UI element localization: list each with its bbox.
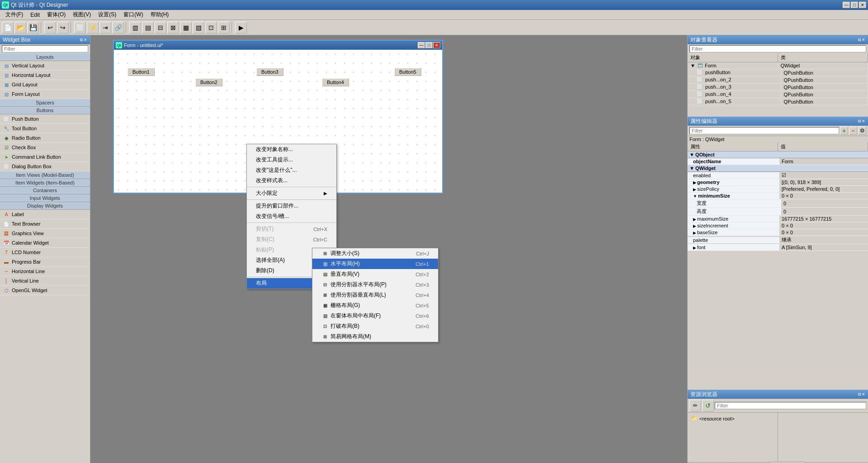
- sub-layout-v[interactable]: ▤垂直布局(V) Ctrl+2: [312, 269, 438, 279]
- obj-row-pushbutton2[interactable]: ⬜ push...on_2 QPushButton: [688, 76, 868, 84]
- props-config-button[interactable]: ⚙: [858, 127, 866, 135]
- sub-layout-h[interactable]: ▥水平布局(H) Ctrl+1: [312, 259, 438, 269]
- ctx-size-limit[interactable]: 大小限定 ▶: [247, 188, 336, 198]
- resource-filter-input[interactable]: [715, 402, 866, 409]
- widget-vertical-line[interactable]: │ Vertical Line: [0, 276, 90, 286]
- ctx-change-name[interactable]: 改变对象名称...: [247, 144, 336, 155]
- props-filter-input[interactable]: [689, 127, 839, 134]
- props-row-sizepolicy[interactable]: ▶sizePolicy [Preferred, Preferred, 0, 0]: [688, 186, 868, 193]
- props-row-maxsize[interactable]: ▶maximumSize 16777215 × 16777215: [688, 216, 868, 222]
- obj-row-pushbutton4[interactable]: ⬜ push...on_4 QPushButton: [688, 91, 868, 98]
- widget-box-close[interactable]: ✕: [84, 38, 87, 43]
- props-row-font[interactable]: ▶font A [SimSun, 9]: [688, 244, 868, 251]
- obj-inspector-filter[interactable]: [689, 45, 866, 52]
- connect-button[interactable]: ⚡: [87, 22, 99, 33]
- preview-button[interactable]: ▶: [235, 22, 247, 33]
- undo-button[interactable]: ↩: [44, 22, 56, 33]
- widget-box-float[interactable]: ⧉: [80, 38, 83, 43]
- props-row-objectname[interactable]: objectName Form: [688, 158, 868, 165]
- props-row-width[interactable]: 宽度 0: [688, 199, 868, 208]
- widget-label[interactable]: A Label: [0, 210, 90, 219]
- resource-close[interactable]: ✕: [862, 392, 865, 397]
- new-button[interactable]: 📄: [2, 22, 14, 33]
- menu-file[interactable]: 文件(F): [2, 10, 27, 19]
- widget-horizontal-layout[interactable]: ▥ Horizontal Layout: [0, 71, 90, 80]
- layout-hsp-button[interactable]: ⊟: [155, 22, 166, 33]
- props-row-sizeincrement[interactable]: ▶sizeIncrement 0 × 0: [688, 222, 868, 229]
- form-maximize[interactable]: □: [425, 42, 433, 48]
- sub-adjust-size[interactable]: ⊞调整大小(S) Ctrl+J: [312, 248, 438, 259]
- ctx-change-stylesheet[interactable]: 改变样式表...: [247, 175, 336, 186]
- layout-grid-button[interactable]: ▦: [180, 22, 192, 33]
- layout-break-button[interactable]: ⊡: [205, 22, 217, 33]
- sub-layout-form[interactable]: ▧在窗体布局中布局(F) Ctrl+6: [312, 311, 438, 321]
- layout-vsp-button[interactable]: ⊠: [167, 22, 179, 33]
- widget-text-browser[interactable]: 📄 Text Browser: [0, 219, 90, 229]
- props-row-basesize[interactable]: ▶baseSize 0 × 0: [688, 229, 868, 236]
- menu-settings[interactable]: 设置(S): [94, 10, 120, 19]
- widget-grid-layout[interactable]: ▦ Grid Layout: [0, 80, 90, 90]
- layout-form-button[interactable]: ▧: [193, 22, 204, 33]
- props-row-palette[interactable]: palette 继承: [688, 236, 868, 244]
- ctx-change-signals[interactable]: 改变信号/槽...: [247, 211, 336, 222]
- tab-order-button[interactable]: ⇥: [99, 22, 111, 33]
- sub-layout-break[interactable]: ⊡打破布局(B) Ctrl+0: [312, 321, 438, 331]
- obj-row-pushbutton3[interactable]: ⬜ push...on_3 QPushButton: [688, 84, 868, 91]
- props-row-height[interactable]: 高度 0: [688, 208, 868, 216]
- form-button-1[interactable]: Button1: [127, 68, 155, 76]
- obj-row-pushbutton[interactable]: ⬜ pushButton QPushButton: [688, 69, 868, 76]
- save-button[interactable]: 💾: [27, 22, 39, 33]
- props-add-button[interactable]: +: [840, 127, 848, 135]
- form-button-3[interactable]: Button3: [256, 68, 283, 76]
- sub-layout-grid[interactable]: ▦栅格布局(G) Ctrl+5: [312, 300, 438, 311]
- widget-calendar[interactable]: 📅 Calendar Widget: [0, 238, 90, 248]
- widget-check-box[interactable]: ☑ Check Box: [0, 143, 90, 152]
- form-button-5[interactable]: Button5: [394, 68, 421, 76]
- buddy-button[interactable]: 🔗: [112, 22, 124, 33]
- close-button[interactable]: ✕: [859, 2, 866, 8]
- widget-editor-button[interactable]: ⬜: [74, 22, 86, 33]
- widget-form-layout[interactable]: ▧ Form Layout: [0, 90, 90, 99]
- menu-window[interactable]: 窗口(W): [120, 10, 146, 19]
- sub-layout-vsp[interactable]: ⊠使用分割器垂直布局(L) Ctrl+4: [312, 290, 438, 300]
- menu-form[interactable]: 窗体(O): [43, 10, 69, 19]
- ctx-change-tooltip[interactable]: 改变工具提示...: [247, 155, 336, 165]
- resource-refresh-button[interactable]: ↺: [702, 400, 714, 411]
- widget-dialog-button-box[interactable]: ⬜ Dialog Button Box: [0, 162, 90, 171]
- props-row-geometry[interactable]: ▶geometry [(0, 0), 918 × 389]: [688, 179, 868, 186]
- layout-h-button[interactable]: ▥: [129, 22, 141, 33]
- form-minimize[interactable]: —: [418, 42, 425, 48]
- widget-progress-bar[interactable]: ▬ Progress Bar: [0, 257, 90, 267]
- menu-view[interactable]: 视图(V): [69, 10, 94, 19]
- layout-adjust-button[interactable]: ⊞: [218, 22, 230, 33]
- ctx-promote[interactable]: 提升的窗口部件...: [247, 201, 336, 211]
- resource-root-item[interactable]: 📁 <resource root>: [689, 415, 776, 422]
- ctx-copy[interactable]: 复制(C) Ctrl+C: [247, 234, 336, 245]
- ctx-change-whatsthis[interactable]: 改变"这是什么"...: [247, 165, 336, 175]
- obj-inspector-close[interactable]: ✕: [862, 38, 865, 43]
- obj-inspector-float[interactable]: ⧉: [858, 38, 861, 43]
- props-row-minsize[interactable]: ▼minimumSize 0 × 0: [688, 193, 868, 199]
- widget-opengl[interactable]: ⬡ OpenGL Widget: [0, 286, 90, 295]
- resource-float[interactable]: ⧉: [858, 392, 861, 397]
- ctx-cut[interactable]: 剪切(T) Ctrl+X: [247, 224, 336, 234]
- open-button[interactable]: 📂: [14, 22, 26, 33]
- layout-v-button[interactable]: ▤: [142, 22, 154, 33]
- redo-button[interactable]: ↪: [57, 22, 69, 33]
- props-float[interactable]: ⧉: [858, 119, 861, 124]
- widget-tool-button[interactable]: 🔧 Tool Button: [0, 124, 90, 133]
- widget-vertical-layout[interactable]: ▤ Vertical Layout: [0, 61, 90, 71]
- widget-radio-button[interactable]: ◉ Radio Button: [0, 133, 90, 143]
- minimize-button[interactable]: —: [843, 2, 850, 8]
- props-remove-button[interactable]: −: [849, 127, 857, 135]
- widget-graphics-view[interactable]: 🖼 Graphics View: [0, 229, 90, 238]
- form-button-4[interactable]: Button4: [322, 78, 349, 86]
- widget-push-button[interactable]: ⬜ Push Button: [0, 114, 90, 124]
- obj-row-pushbutton5[interactable]: ⬜ push...on_5 QPushButton: [688, 98, 868, 105]
- widget-box-filter[interactable]: [2, 45, 88, 52]
- menu-edit[interactable]: Edit: [27, 11, 43, 19]
- maximize-button[interactable]: □: [851, 2, 858, 8]
- resource-edit-button[interactable]: ✏: [689, 400, 701, 411]
- widget-horizontal-line[interactable]: ─ Horizontal Line: [0, 267, 90, 276]
- form-button-2[interactable]: Button2: [195, 78, 222, 86]
